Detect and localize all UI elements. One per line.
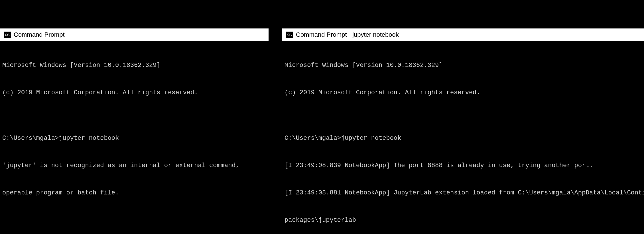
window-title: Command Prompt - jupyter notebook — [296, 31, 399, 38]
titlebar-right[interactable]: C:\ Command Prompt - jupyter notebook — [282, 28, 644, 41]
terminal-line: 'jupyter' is not recognized as an intern… — [2, 161, 266, 170]
terminal-line: (c) 2019 Microsoft Corporation. All righ… — [285, 88, 642, 97]
terminal-line: operable program or batch file. — [2, 188, 266, 198]
terminal-line: Microsoft Windows [Version 10.0.18362.32… — [2, 61, 266, 70]
terminal-output-right[interactable]: Microsoft Windows [Version 10.0.18362.32… — [282, 41, 644, 234]
terminal-line: C:\Users\mgala>jupyter notebook — [2, 134, 266, 143]
terminal-line: (c) 2019 Microsoft Corporation. All righ… — [2, 88, 266, 97]
terminal-line: [I 23:49:08.839 NotebookApp] The port 88… — [285, 161, 642, 170]
cmd-icon: C:\ — [4, 32, 11, 38]
terminal-output-left[interactable]: Microsoft Windows [Version 10.0.18362.32… — [0, 41, 269, 234]
window-title: Command Prompt — [14, 31, 65, 38]
terminal-line: Microsoft Windows [Version 10.0.18362.32… — [285, 61, 642, 70]
titlebar-left[interactable]: C:\ Command Prompt — [0, 28, 269, 41]
terminal-line: packages\jupyterlab — [285, 216, 642, 225]
cmd-icon: C:\ — [286, 32, 293, 38]
terminal-line: [I 23:49:08.881 NotebookApp] JupyterLab … — [285, 188, 642, 198]
cmd-window-right: C:\ Command Prompt - jupyter notebook Mi… — [282, 28, 644, 233]
terminal-line: C:\Users\mgala>jupyter notebook — [285, 134, 642, 143]
cmd-window-left: C:\ Command Prompt Microsoft Windows [Ve… — [0, 28, 269, 125]
